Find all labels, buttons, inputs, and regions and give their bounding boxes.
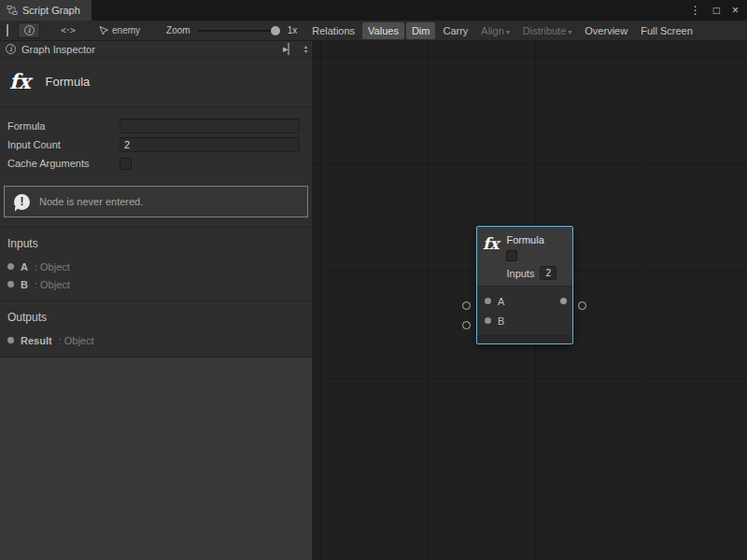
node-input-count-field[interactable]: 2	[540, 266, 557, 280]
formula-field-label: Formula	[7, 120, 120, 132]
info-button[interactable]: i	[18, 22, 40, 38]
port-dot-icon	[7, 337, 14, 343]
formula-node-footer	[477, 335, 572, 343]
inputs-header: Inputs	[0, 233, 312, 258]
graph-canvas[interactable]: fx Formula Inputs 2 A B	[313, 41, 747, 560]
node-formula-checkbox[interactable]	[506, 250, 517, 261]
scroll-down-icon: ▾	[304, 49, 307, 54]
input-name: A	[21, 261, 28, 273]
graph-inspector-panel: i Graph Inspector ▸▏ ▴ ▾ fx Formula Form…	[0, 41, 313, 560]
values-button[interactable]: Values	[362, 22, 404, 39]
overview-button[interactable]: Overview	[579, 22, 633, 39]
formula-input[interactable]	[120, 119, 300, 133]
pane-scroll-icon[interactable]: ▴ ▾	[304, 45, 307, 54]
node-port-b[interactable]: B	[477, 311, 572, 330]
port-dot-icon	[7, 263, 14, 270]
close-icon[interactable]: ×	[732, 4, 739, 17]
relations-label: Relations	[312, 25, 355, 36]
tab-label: Script Graph	[22, 5, 80, 16]
zoom-slider[interactable]	[198, 30, 280, 32]
inspector-header: i Graph Inspector ▸▏ ▴ ▾	[0, 41, 312, 58]
warning-icon: !	[14, 194, 30, 210]
cache-arguments-field-label: Cache Arguments	[7, 158, 120, 169]
align-dropdown[interactable]: Align▾	[475, 22, 514, 39]
tab-script-graph[interactable]: Script Graph	[0, 0, 92, 21]
output-row-result: Result : Object	[0, 331, 312, 349]
inspector-header-icons: ▸▏ ▴ ▾	[283, 43, 307, 55]
warning-box: ! Node is never entered.	[4, 186, 308, 217]
output-type: : Object	[59, 335, 94, 346]
connection-target-circle-b[interactable]	[462, 321, 471, 329]
formula-field-row: Formula	[0, 117, 312, 135]
input-type: : Object	[35, 279, 70, 290]
cache-arguments-checkbox[interactable]	[120, 158, 132, 170]
formula-node-ports: A B	[477, 286, 572, 335]
input-row-a: A : Object	[0, 258, 312, 275]
menu-icon[interactable]: ⋮	[690, 4, 701, 17]
zoom-slider-knob[interactable]	[271, 26, 280, 35]
unit-title-section: fx Formula	[0, 58, 312, 107]
node-title: Formula	[506, 234, 543, 245]
chevron-down-icon: ▾	[506, 28, 510, 36]
input-row-b: B : Object	[0, 275, 312, 293]
node-inputs-label: Inputs	[506, 268, 534, 279]
info-icon: i	[24, 25, 35, 35]
outputs-header: Outputs	[0, 307, 312, 331]
input-type: : Object	[35, 261, 70, 273]
titlebar: Script Graph ⋮ □ ×	[0, 0, 747, 21]
node-port-a[interactable]: A	[477, 291, 572, 311]
cache-arguments-field-row: Cache Arguments	[0, 154, 312, 173]
input-port-icon[interactable]	[485, 317, 491, 324]
script-graph-icon	[7, 5, 18, 16]
dim-label: Dim	[412, 25, 430, 36]
input-count-field-label: Input Count	[7, 139, 120, 150]
lock-shackle	[7, 24, 8, 36]
carry-button[interactable]: Carry	[437, 22, 473, 39]
inspector-title: Graph Inspector	[21, 44, 95, 55]
pointer-icon	[99, 26, 108, 35]
input-count-field-row: Input Count	[0, 135, 312, 154]
zoom-label: Zoom	[166, 25, 190, 35]
relations-button[interactable]: Relations	[306, 22, 360, 39]
values-label: Values	[368, 25, 399, 36]
node-inputs-row: Inputs 2	[506, 266, 557, 280]
node-port-label: A	[498, 296, 504, 307]
formula-node[interactable]: fx Formula Inputs 2 A B	[476, 226, 573, 344]
maximize-icon[interactable]: □	[713, 4, 720, 17]
target-name: enemy	[112, 25, 140, 35]
overview-label: Overview	[585, 25, 627, 36]
zoom-value: 1x	[288, 25, 298, 35]
carry-label: Carry	[443, 25, 468, 36]
formula-node-header: fx Formula Inputs 2	[477, 227, 572, 286]
info-icon: i	[6, 44, 16, 54]
full-screen-label: Full Screen	[641, 25, 693, 36]
full-screen-button[interactable]: Full Screen	[635, 22, 698, 39]
warning-section: ! Node is never entered.	[0, 180, 312, 228]
code-icon[interactable]: <·>	[61, 25, 75, 35]
align-label: Align	[481, 25, 503, 36]
output-port-icon[interactable]	[560, 298, 567, 304]
unity-script-graph-window: Script Graph ⋮ □ × i <·> enemy Zoom 1x	[0, 0, 747, 560]
lock-icon[interactable]	[7, 25, 8, 36]
outputs-section: Outputs Result : Object	[0, 301, 312, 357]
formula-node-header-right: Formula Inputs 2	[506, 234, 557, 280]
chevron-down-icon: ▾	[568, 28, 571, 36]
graph-toolbar: i <·> enemy Zoom 1x Relations Values Dim…	[0, 21, 747, 41]
connection-target-circle-a[interactable]	[462, 301, 471, 310]
dim-button[interactable]: Dim	[406, 22, 436, 39]
inputs-section: Inputs A : Object B : Object	[0, 228, 312, 301]
distribute-label: Distribute	[523, 25, 566, 36]
warning-text: Node is never entered.	[39, 196, 143, 207]
input-count-input[interactable]	[120, 137, 300, 152]
port-dot-icon	[7, 281, 14, 287]
distribute-dropdown[interactable]: Distribute▾	[517, 22, 577, 39]
graph-target[interactable]: enemy	[99, 25, 140, 35]
output-name: Result	[21, 335, 52, 346]
connection-target-circle-out[interactable]	[578, 301, 586, 310]
unit-title: Formula	[46, 75, 91, 89]
input-name: B	[21, 279, 28, 290]
unit-fields-section: Formula Input Count Cache Arguments	[0, 107, 312, 180]
input-port-icon[interactable]	[485, 298, 491, 304]
window-controls: ⋮ □ ×	[690, 0, 747, 21]
dock-icon[interactable]: ▸▏	[283, 43, 296, 55]
